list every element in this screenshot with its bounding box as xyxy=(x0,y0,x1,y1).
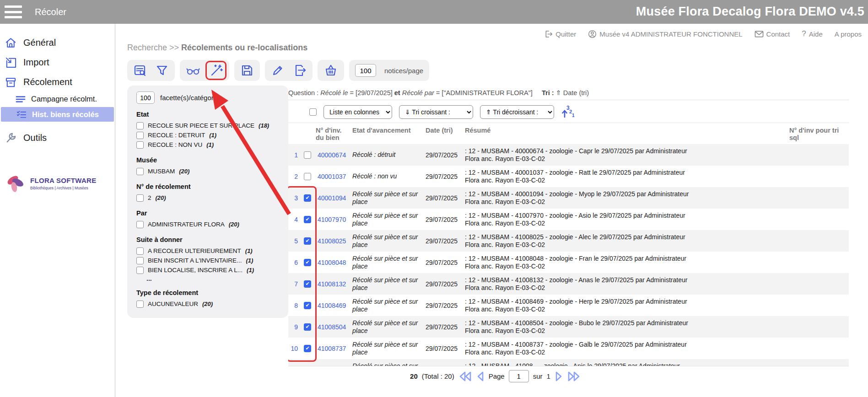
save-button[interactable] xyxy=(240,64,254,77)
facet-more[interactable]: ... xyxy=(136,275,280,282)
facet-checkbox[interactable] xyxy=(136,247,144,255)
col-header-sql[interactable]: N° d'inv pour tri sql xyxy=(789,127,849,141)
table-row[interactable]: 7 41008132 Récolé sur pièce et sur place… xyxy=(288,273,849,295)
first-page-button[interactable] xyxy=(458,371,472,382)
inventory-number-link[interactable]: 40001037 xyxy=(316,173,352,180)
facet-checkbox[interactable] xyxy=(136,168,144,175)
inventory-number-link[interactable]: 41008504 xyxy=(316,323,352,331)
facet-checkbox[interactable] xyxy=(136,122,144,129)
hamburger-menu-icon[interactable] xyxy=(5,5,22,18)
quit-link[interactable]: Quitter xyxy=(544,30,576,38)
display-list-button[interactable] xyxy=(133,64,147,77)
previous-page-button[interactable] xyxy=(476,371,485,382)
col-header-inv[interactable]: N° d'inv. du bien xyxy=(316,127,352,141)
facet-checkbox[interactable] xyxy=(136,300,144,308)
facet-item[interactable]: BIEN LOCALISE, INSCRIRE A L... (1) xyxy=(136,265,280,275)
save-floppy-icon xyxy=(240,64,254,77)
row-state: Récolé sur pièce et sur place xyxy=(352,362,426,366)
facet-checkbox[interactable] xyxy=(136,132,144,139)
table-row[interactable]: 8 41008469 Récolé sur pièce et sur place… xyxy=(288,295,849,316)
row-summary: : 12 - MUSBAM - 40001094 - zoologie - My… xyxy=(465,190,694,205)
row-checkbox[interactable] xyxy=(304,237,311,245)
inventory-number-link[interactable]: 41008048 xyxy=(316,259,352,266)
row-number: 4 xyxy=(288,216,299,223)
sidebar-item-outils[interactable]: Outils xyxy=(0,128,115,148)
inventory-number-link[interactable]: 41008025 xyxy=(316,237,352,245)
facet-item[interactable]: A RECOLER ULTERIEUREMENT (1) xyxy=(136,246,280,256)
last-page-button[interactable] xyxy=(567,371,581,382)
facet-checkbox[interactable] xyxy=(136,267,144,274)
row-checkbox[interactable] xyxy=(304,259,311,266)
notices-per-page-input[interactable] xyxy=(355,64,376,77)
facet-count-input[interactable] xyxy=(136,91,155,104)
facet-item[interactable]: 2 (20) xyxy=(136,193,280,203)
col-header-date[interactable]: Date (tri) xyxy=(426,127,465,134)
edit-button[interactable] xyxy=(271,64,285,77)
select-all-checkbox[interactable] xyxy=(309,108,317,116)
table-row[interactable]: 11 41008... Récolé sur pièce et sur plac… xyxy=(288,359,849,366)
facet-item[interactable]: BIEN INSCRIT A L'INVENTAIRE... (1) xyxy=(136,256,280,265)
table-row[interactable]: 4 41007970 Récolé sur pièce et sur place… xyxy=(288,209,849,230)
view-mode-select[interactable]: Liste en colonnes xyxy=(323,105,392,119)
facet-item[interactable]: RECOLE : DETRUIT (1) xyxy=(136,130,280,140)
export-button[interactable] xyxy=(293,64,307,77)
table-row[interactable]: 2 40001037 Récolé : non vu 29/07/2025 : … xyxy=(288,166,849,187)
row-checkbox[interactable] xyxy=(304,345,311,352)
facet-item[interactable]: ADMINISTRATEUR FLORA (20) xyxy=(136,220,280,229)
table-row[interactable]: 1 40000674 Récolé : détruit 29/07/2025 :… xyxy=(288,144,849,166)
row-checkbox[interactable] xyxy=(304,323,311,331)
inventory-number-link[interactable]: 41008... xyxy=(316,366,352,367)
table-row[interactable]: 5 41008025 Récolé sur pièce et sur place… xyxy=(288,230,849,252)
row-checkbox[interactable] xyxy=(304,302,311,309)
row-checkbox[interactable] xyxy=(304,366,311,367)
table-row[interactable]: 10 41008737 Récolé sur pièce et sur plac… xyxy=(288,338,849,359)
facet-checkbox[interactable] xyxy=(136,257,144,264)
inventory-number-link[interactable]: 41008737 xyxy=(316,345,352,352)
sort-descending-select[interactable]: ⇑ Tri décroissant : xyxy=(480,105,554,119)
sidebar-item-campagne-recolement[interactable]: Campagne récolmt. xyxy=(0,92,115,106)
help-link[interactable]: ? Aide xyxy=(802,29,823,38)
basket-button[interactable] xyxy=(323,64,338,77)
col-header-state[interactable]: Etat d'avancement xyxy=(352,127,426,134)
sidebar-item-recolement[interactable]: Récolement xyxy=(0,72,115,92)
filter-button[interactable] xyxy=(155,64,169,77)
row-checkbox[interactable] xyxy=(304,173,311,180)
row-checkbox[interactable] xyxy=(304,216,311,223)
facet-item[interactable]: RECOLE : NON VU (1) xyxy=(136,140,280,150)
row-checkbox[interactable] xyxy=(304,194,311,202)
row-checkbox[interactable] xyxy=(304,280,311,288)
inventory-number-link[interactable]: 41008469 xyxy=(316,302,352,309)
flora-brand-text: FLORA SOFTWARE xyxy=(30,177,96,184)
about-link[interactable]: A propos xyxy=(835,30,862,38)
next-page-button[interactable] xyxy=(555,371,563,382)
inventory-number-link[interactable]: 40000674 xyxy=(316,151,352,159)
sidebar-item-import[interactable]: Import xyxy=(0,53,115,72)
contact-link[interactable]: Contact xyxy=(755,30,790,38)
facet-item[interactable]: RECOLE SUR PIECE ET SUR PLACE (18) xyxy=(136,121,280,130)
row-checkbox[interactable] xyxy=(304,151,311,159)
user-icon xyxy=(588,30,597,38)
table-row[interactable]: 3 40001094 Récolé sur pièce et sur place… xyxy=(288,187,849,209)
facet-item[interactable]: MUSBAM (20) xyxy=(136,166,280,176)
inventory-number-link[interactable]: 40001094 xyxy=(316,194,352,202)
user-account-link[interactable]: Musée v4 ADMINISTRATEUR FONCTIONNEL xyxy=(588,30,742,38)
facet-checkbox[interactable] xyxy=(136,221,144,228)
page-number-input[interactable] xyxy=(509,370,529,382)
sort-ascending-select[interactable]: ⇓ Tri croissant : xyxy=(399,105,473,119)
sidebar-item-general[interactable]: Général xyxy=(0,33,115,53)
facet-group: Suite à donner A RECOLER ULTERIEUREMENT … xyxy=(136,236,280,282)
view-button[interactable] xyxy=(186,64,200,77)
col-header-summary[interactable]: Résumé xyxy=(465,127,694,134)
table-row[interactable]: 9 41008504 Récolé sur pièce et sur place… xyxy=(288,316,849,338)
facet-item[interactable]: AUCUNEVALEUR (20) xyxy=(136,299,280,309)
facet-checkbox[interactable] xyxy=(136,194,144,202)
basket-icon xyxy=(323,64,338,77)
inventory-number-link[interactable]: 41008132 xyxy=(316,280,352,288)
magic-wand-button[interactable] xyxy=(209,64,223,77)
sort-321-icon[interactable]: 3 2 1 xyxy=(561,105,576,119)
facet-checkbox[interactable] xyxy=(136,141,144,149)
table-row[interactable]: 6 41008048 Récolé sur pièce et sur place… xyxy=(288,252,849,273)
row-state: Récolé sur pièce et sur place xyxy=(352,255,426,269)
sidebar-item-hist-biens-recoles[interactable]: Hist. biens récolés xyxy=(1,107,114,122)
inventory-number-link[interactable]: 41007970 xyxy=(316,216,352,223)
